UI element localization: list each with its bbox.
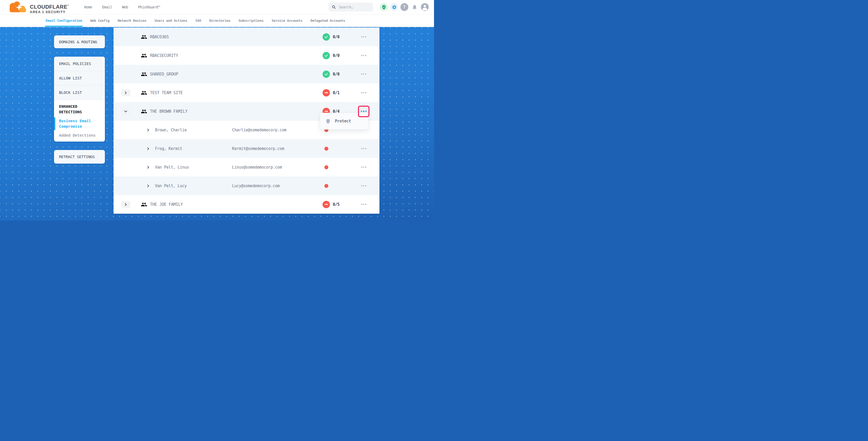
alert-dot — [324, 165, 328, 169]
menu-item-protect[interactable]: Protect — [335, 119, 351, 124]
row-menu-button[interactable] — [360, 145, 368, 153]
brand-name: CLOUDFLARE — [30, 4, 67, 9]
member-name: Van Pelt, Lucy — [155, 184, 187, 188]
sidebar-policies-card: EMAIL POLICIESALLOW LISTBLOCK LIST ENHAN… — [54, 57, 105, 141]
member-chevron-icon[interactable] — [147, 166, 150, 168]
tab[interactable]: SSO — [195, 14, 201, 27]
group-people-icon — [141, 71, 147, 77]
member-email: Lucy@somedemocorp.com — [232, 184, 280, 188]
minus-icon — [324, 92, 328, 93]
group-people-icon — [141, 34, 147, 40]
group-people-icon — [141, 201, 147, 208]
minus-icon — [324, 204, 328, 205]
tab[interactable]: Web Config — [90, 14, 110, 27]
row-context-menu: Protect — [320, 113, 368, 129]
account-icon[interactable] — [421, 3, 429, 11]
status-icon — [322, 201, 330, 208]
member-name: Frog, Kermit — [155, 146, 182, 151]
protection-count: 0/0 — [333, 35, 340, 39]
member-email: Linus@somedemocorp.com — [232, 165, 282, 170]
group-name: RBACO365 — [150, 35, 168, 39]
row-menu-button[interactable] — [360, 89, 368, 97]
header-nav: HomeEmailWebPhishGuard™ — [84, 5, 160, 9]
header-nav-link[interactable]: Email — [102, 5, 112, 9]
top-header: CLOUDFLARE ® AREA 1 SECURITY HomeEmailWe… — [0, 0, 434, 14]
sidebar-enhanced-item[interactable]: Added Detections — [59, 133, 100, 138]
row-menu-button[interactable] — [360, 200, 368, 209]
tab-label: Delegated Accounts — [310, 19, 345, 23]
sidebar-enhanced-item[interactable]: Business Email Compromise — [59, 118, 100, 129]
tab-label: Users and Actions — [154, 19, 187, 23]
sidebar-item-domains-routing[interactable]: DOMAINS & ROUTING — [54, 35, 105, 48]
group-row: RBACSECURITY 0/0 — [114, 46, 379, 65]
cloudflare-logo[interactable]: CLOUDFLARE ® AREA 1 SECURITY — [8, 1, 69, 13]
group-name: THE JOE FAMILY — [150, 202, 183, 207]
tab[interactable]: Service Accounts — [272, 14, 302, 27]
tab[interactable]: Network Devices — [118, 14, 147, 27]
shield-icon — [326, 118, 331, 124]
expand-toggle-button[interactable] — [121, 201, 130, 208]
brand-trademark: ® — [67, 4, 69, 6]
tab[interactable]: Users and Actions — [154, 14, 187, 27]
row-menu-button[interactable] — [360, 182, 368, 190]
tab[interactable]: Delegated Accounts — [310, 14, 345, 27]
row-menu-button[interactable] — [360, 70, 368, 78]
sidebar-label: DOMAINS & ROUTING — [59, 40, 97, 44]
config-tabs: Email ConfigurationWeb ConfigNetwork Dev… — [0, 14, 434, 27]
member-row: Van Pelt, Lucy Lucy@somedemocorp.com — [114, 177, 379, 195]
groups-table: RBACO365 0/0 RBACSECURITY 0/0 SHARED_GRO… — [114, 28, 379, 214]
search-input[interactable] — [339, 5, 368, 9]
member-chevron-icon[interactable] — [147, 129, 150, 131]
sidebar-section-enhanced-detections[interactable]: ENHANCED DETECTIONS Business Email Compr… — [54, 100, 105, 141]
shield-check-icon[interactable] — [380, 3, 388, 11]
status-icon — [322, 52, 330, 59]
app-root: CLOUDFLARE ® AREA 1 SECURITY HomeEmailWe… — [0, 0, 434, 220]
tab-label: Directories — [209, 19, 230, 23]
sidebar-item-retract-settings[interactable]: RETRACT SETTINGS — [54, 150, 105, 164]
protection-count: 0/0 — [333, 72, 340, 76]
group-row: THE JOE FAMILY 0/5 — [114, 195, 379, 214]
tab-label: Subscriptions — [239, 19, 264, 23]
protection-count: 0/5 — [333, 202, 340, 207]
group-name: RBACSECURITY — [150, 53, 178, 58]
row-menu-button[interactable] — [360, 163, 368, 171]
tab[interactable]: Directories — [209, 14, 230, 27]
header-nav-link[interactable]: PhishGuard™ — [138, 5, 160, 9]
member-row: Frog, Kermit Kermit@somedemocorp.com — [114, 139, 379, 158]
tab-label: Network Devices — [118, 19, 147, 23]
group-row: SHARED_GROUP 0/0 — [114, 65, 379, 83]
notifications-bell-icon[interactable] — [411, 3, 418, 11]
member-name: Van Pelt, Linus — [155, 165, 189, 170]
settings-gear-icon[interactable] — [390, 3, 398, 11]
tab[interactable]: Email Configuration — [45, 14, 82, 27]
tab-label: Email Configuration — [45, 19, 82, 23]
cloudflare-cloud-icon — [8, 1, 28, 13]
minus-icon — [324, 111, 328, 112]
search-box[interactable] — [329, 3, 373, 11]
header-nav-link[interactable]: Web — [122, 5, 128, 9]
member-chevron-icon[interactable] — [147, 185, 150, 187]
status-icon — [322, 70, 330, 78]
member-row: Van Pelt, Linus Linus@somedemocorp.com — [114, 158, 379, 177]
group-people-icon — [141, 53, 147, 59]
header-nav-link[interactable]: Home — [84, 5, 92, 9]
group-name: SHARED_GROUP — [150, 72, 178, 76]
member-chevron-icon[interactable] — [147, 147, 150, 150]
row-menu-button[interactable] — [360, 33, 368, 41]
row-menu-button[interactable] — [360, 52, 368, 60]
enhanced-detections-title: ENHANCED DETECTIONS — [59, 104, 90, 115]
protection-count: 0/1 — [333, 90, 340, 95]
tab[interactable]: Subscriptions — [239, 14, 264, 27]
enhanced-items: Business Email CompromiseAdded Detection… — [59, 118, 100, 138]
tab-label: Service Accounts — [272, 19, 302, 23]
logo-text: CLOUDFLARE ® AREA 1 SECURITY — [30, 4, 69, 14]
help-icon[interactable]: ? — [400, 3, 408, 11]
expand-toggle-button[interactable] — [121, 108, 130, 115]
group-row: TEST TEAM SITE 0/1 — [114, 83, 379, 102]
sidebar-policy-item[interactable]: BLOCK LIST — [54, 86, 105, 100]
sidebar-policy-item[interactable]: EMAIL POLICIES — [54, 57, 105, 71]
group-people-icon — [141, 90, 147, 96]
sidebar-policy-item[interactable]: ALLOW LIST — [54, 71, 105, 86]
expand-toggle-button[interactable] — [121, 89, 130, 96]
policy-list: EMAIL POLICIESALLOW LISTBLOCK LIST — [54, 57, 105, 100]
